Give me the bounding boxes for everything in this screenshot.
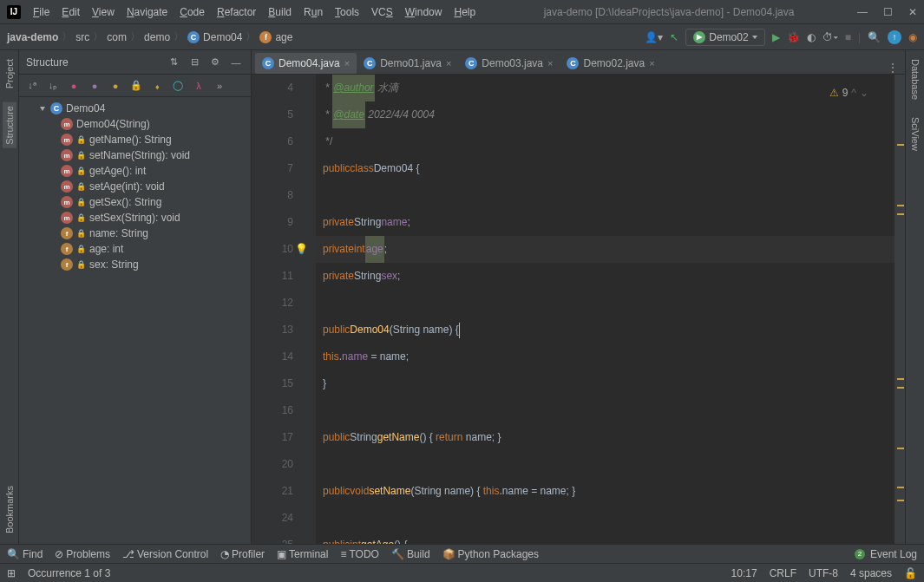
intention-bulb-icon[interactable]: 💡 xyxy=(295,236,308,263)
status-encoding[interactable]: UTF-8 xyxy=(809,567,838,579)
tab-bookmarks[interactable]: Bookmarks xyxy=(3,482,16,537)
status-window-icon[interactable]: ⊞ xyxy=(7,567,16,579)
lock-icon: 🔒 xyxy=(76,213,86,222)
menu-view[interactable]: View xyxy=(87,3,120,21)
code-editor[interactable]: 456789101112131415161720212425 ⚠9 ^ ⌄ * … xyxy=(252,75,905,544)
menu-navigate[interactable]: Navigate xyxy=(121,3,173,21)
status-position[interactable]: 10:17 xyxy=(731,567,757,579)
maximize-icon[interactable]: ☐ xyxy=(883,6,893,18)
tool-window-bar: 🔍 Find ⊘ Problems ⎇ Version Control ◔ Pr… xyxy=(0,544,924,563)
inspection-indicator[interactable]: ⚠9 ^ ⌄ xyxy=(829,80,868,107)
menu-window[interactable]: Window xyxy=(400,3,448,21)
menu-build[interactable]: Build xyxy=(263,3,297,21)
sort-visibility-icon[interactable]: ↓ₚ xyxy=(45,78,61,94)
filter-lambda-icon[interactable]: ◯ xyxy=(170,78,186,94)
tool-vcs[interactable]: ⎇ Version Control xyxy=(122,548,208,560)
status-lock-icon[interactable]: 🔓 xyxy=(904,567,917,579)
editor-tab[interactable]: CDemo03.java× xyxy=(458,53,560,74)
filter-nonpublic-icon[interactable]: λ xyxy=(191,78,206,94)
structure-tree: C Demo04 mDemo04(String)m🔒getName(): Str… xyxy=(19,97,251,544)
expand-icon[interactable]: ⇅ xyxy=(166,55,181,70)
java-file-icon: C xyxy=(465,57,477,69)
menu-code[interactable]: Code xyxy=(174,3,210,21)
tree-item[interactable]: f🔒age: int xyxy=(19,241,251,257)
tab-sciview[interactable]: SciView xyxy=(908,114,922,154)
lock-icon: 🔒 xyxy=(76,151,86,160)
editor-tab[interactable]: CDemo04.java× xyxy=(255,53,357,74)
tab-project[interactable]: Project xyxy=(3,56,16,92)
tool-python[interactable]: 📦 Python Packages xyxy=(442,548,539,560)
menu-run[interactable]: Run xyxy=(298,3,328,21)
menu-edit[interactable]: Edit xyxy=(56,3,85,21)
menu-refactor[interactable]: Refactor xyxy=(212,3,261,21)
search-icon[interactable]: 🔍 xyxy=(868,31,881,43)
lock-icon: 🔒 xyxy=(76,182,86,191)
menu-file[interactable]: File xyxy=(28,3,55,21)
collapse-icon[interactable]: ⊟ xyxy=(187,55,202,70)
tool-problems[interactable]: ⊘ Problems xyxy=(55,548,110,560)
breadcrumb[interactable]: java-demo〉 src〉 com〉 demo〉 CDemo04〉 fage xyxy=(7,29,292,44)
tree-item[interactable]: f🔒sex: String xyxy=(19,257,251,272)
hide-icon[interactable]: — xyxy=(228,55,244,70)
tab-structure[interactable]: Structure xyxy=(3,102,16,148)
editor-tabs: CDemo04.java×CDemo01.java×CDemo03.java×C… xyxy=(252,50,905,75)
tool-terminal[interactable]: ▣ Terminal xyxy=(277,548,328,560)
line-gutter: 456789101112131415161720212425 xyxy=(252,75,304,544)
filter-lock-icon[interactable]: 🔒 xyxy=(128,78,144,94)
tree-item[interactable]: m🔒setSex(String): void xyxy=(19,210,251,226)
error-stripe[interactable] xyxy=(895,75,905,544)
tree-item[interactable]: m🔒getName(): String xyxy=(19,132,251,147)
tree-item[interactable]: mDemo04(String) xyxy=(19,116,251,132)
sort-icon[interactable]: ↓ᵃ xyxy=(24,78,40,94)
run-configuration-dropdown[interactable]: ▶ Demo02 xyxy=(685,29,764,46)
stop-button[interactable]: ■ xyxy=(845,31,851,43)
menu-vcs[interactable]: VCS xyxy=(366,3,398,21)
method-icon: m xyxy=(61,196,73,208)
tool-event-log[interactable]: Event Log xyxy=(870,548,917,560)
ide-features-icon[interactable]: ◉ xyxy=(908,31,917,43)
run-button[interactable]: ▶ xyxy=(772,31,780,43)
tab-close-icon[interactable]: × xyxy=(649,58,654,69)
menu-tools[interactable]: Tools xyxy=(330,3,364,21)
tabs-more-icon[interactable]: ⋮ xyxy=(881,62,905,74)
tree-item[interactable]: m🔒getSex(): String xyxy=(19,194,251,210)
update-icon[interactable]: ↑ xyxy=(888,30,901,44)
tab-close-icon[interactable]: × xyxy=(547,58,553,69)
tree-item[interactable]: m🔒setAge(int): void xyxy=(19,179,251,194)
status-indent[interactable]: 4 spaces xyxy=(850,567,892,579)
editor-tab[interactable]: CDemo02.java× xyxy=(560,53,661,74)
user-icon[interactable]: 👤▾ xyxy=(645,31,663,43)
filter-fields-icon[interactable]: ● xyxy=(66,78,82,94)
java-file-icon: C xyxy=(567,57,579,69)
menu-help[interactable]: Help xyxy=(449,3,481,21)
tool-profiler[interactable]: ◔ Profiler xyxy=(220,548,265,560)
tool-find[interactable]: 🔍 Find xyxy=(7,548,43,560)
filter-inherited-icon[interactable]: ● xyxy=(108,78,123,94)
tree-root-row[interactable]: C Demo04 xyxy=(19,101,251,116)
tab-close-icon[interactable]: × xyxy=(446,58,451,69)
tab-close-icon[interactable]: × xyxy=(344,58,350,69)
tool-build[interactable]: 🔨 Build xyxy=(391,548,430,560)
filter-properties-icon[interactable]: ● xyxy=(87,78,102,94)
tree-item[interactable]: m🔒setName(String): void xyxy=(19,147,251,163)
debug-button[interactable]: 🐞 xyxy=(787,31,800,43)
close-icon[interactable]: ✕ xyxy=(908,6,917,18)
editor-tab[interactable]: CDemo01.java× xyxy=(357,53,458,74)
tree-item[interactable]: f🔒name: String xyxy=(19,226,251,241)
navigation-bar: java-demo〉 src〉 com〉 demo〉 CDemo04〉 fage… xyxy=(0,24,924,50)
settings-icon[interactable]: ⚙ xyxy=(207,55,223,70)
hammer-icon[interactable]: ↖ xyxy=(670,31,678,43)
more-icon[interactable]: » xyxy=(212,78,227,94)
method-icon: m xyxy=(61,134,73,146)
lock-icon: 🔒 xyxy=(76,135,86,144)
menu-bar: File Edit View Navigate Code Refactor Bu… xyxy=(28,3,481,21)
status-line-separator[interactable]: CRLF xyxy=(770,567,796,579)
tree-item[interactable]: m🔒getAge(): int xyxy=(19,163,251,179)
tool-todo[interactable]: ≡ TODO xyxy=(340,548,378,560)
minimize-icon[interactable]: ― xyxy=(857,6,868,18)
tab-database[interactable]: Database xyxy=(908,56,922,103)
filter-anon-icon[interactable]: ⬧ xyxy=(149,78,165,94)
code-content[interactable]: ⚠9 ^ ⌄ * @author 水滴 * @date 2022/4/4 000… xyxy=(316,75,895,544)
coverage-button[interactable]: ◐ xyxy=(807,31,816,43)
profiler-button[interactable]: ⏱▾ xyxy=(822,31,838,43)
